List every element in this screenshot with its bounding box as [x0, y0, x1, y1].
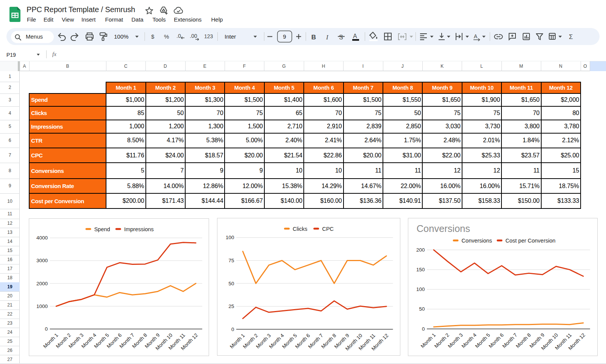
svg-text:B: B — [311, 34, 316, 41]
svg-text:$: $ — [151, 33, 155, 40]
svg-text:2000: 2000 — [36, 280, 48, 286]
svg-text:.0: .0 — [176, 33, 181, 39]
svg-text:0: 0 — [231, 327, 234, 332]
svg-text:123: 123 — [204, 33, 213, 39]
svg-text:4000: 4000 — [36, 235, 48, 241]
svg-text:I: I — [326, 34, 329, 41]
svg-text:75: 75 — [228, 258, 234, 263]
svg-text:CPC: CPC — [322, 226, 334, 232]
svg-text:Conversions: Conversions — [417, 223, 470, 234]
svg-text:0: 0 — [422, 326, 425, 332]
svg-text:25: 25 — [228, 303, 234, 309]
svg-text:Cost per Conversion: Cost per Conversion — [506, 238, 556, 244]
svg-text:200: 200 — [416, 247, 425, 253]
svg-text:0: 0 — [45, 326, 48, 332]
svg-text:Inter: Inter — [225, 33, 236, 40]
svg-text:1000: 1000 — [36, 303, 48, 309]
svg-text:100: 100 — [226, 235, 234, 240]
svg-text:Spend: Spend — [94, 226, 110, 232]
svg-text:%: % — [164, 33, 169, 40]
svg-text:50: 50 — [228, 281, 234, 286]
svg-text:100: 100 — [416, 286, 425, 292]
svg-text:Conversions: Conversions — [462, 238, 492, 244]
svg-text:A: A — [353, 33, 357, 39]
svg-text:9: 9 — [283, 33, 286, 40]
svg-text:.00: .00 — [190, 33, 197, 39]
svg-text:S: S — [339, 34, 343, 40]
svg-text:50: 50 — [419, 306, 425, 312]
svg-text:Σ: Σ — [569, 33, 573, 40]
svg-text:150: 150 — [416, 267, 425, 272]
svg-text:A: A — [474, 33, 478, 39]
svg-text:100%: 100% — [114, 33, 128, 40]
svg-text:Impressions: Impressions — [124, 226, 153, 232]
svg-text:Menus: Menus — [26, 33, 43, 40]
svg-text:Clicks: Clicks — [293, 226, 308, 232]
svg-text:3000: 3000 — [36, 258, 48, 263]
